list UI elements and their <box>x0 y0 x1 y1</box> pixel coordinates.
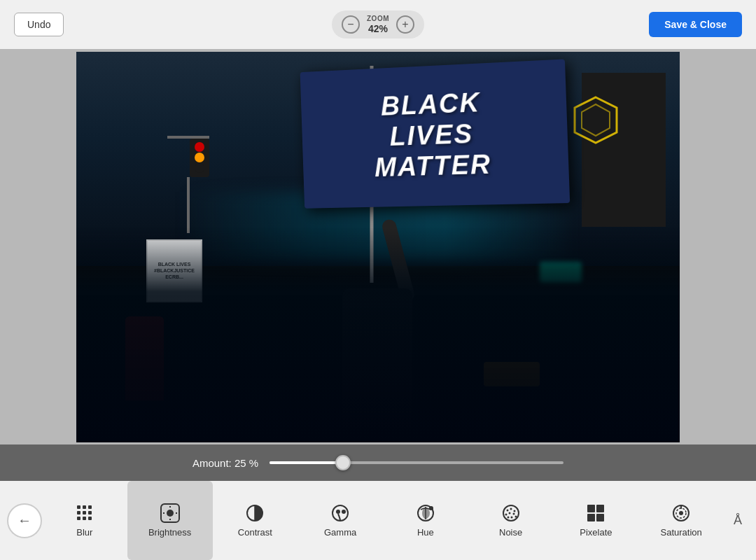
tools-container: Blur Brightness Contrast <box>42 481 724 560</box>
svg-point-25 <box>503 505 519 521</box>
svg-point-24 <box>429 506 433 510</box>
amount-bar: Amount: 25 % <box>0 444 756 481</box>
tool-noise-label: Noise <box>499 527 522 538</box>
svg-rect-36 <box>596 505 604 512</box>
flag-line1: BLACK <box>372 87 489 122</box>
undo-button[interactable]: Undo <box>14 13 64 36</box>
tool-hue[interactable]: Hue <box>383 481 468 560</box>
tool-noise[interactable]: Noise <box>468 481 554 560</box>
svg-marker-1 <box>582 104 610 136</box>
slider-track[interactable] <box>270 461 564 464</box>
svg-point-12 <box>167 510 174 517</box>
flag-background: BLACK LIVES MATTER <box>300 59 570 208</box>
back-icon: ← <box>18 512 31 528</box>
back-button[interactable]: ← <box>7 503 42 538</box>
svg-rect-4 <box>88 505 92 509</box>
save-close-button[interactable]: Save & Close <box>649 12 742 37</box>
svg-point-29 <box>505 514 507 516</box>
zoom-value: 42% <box>368 23 388 35</box>
svg-point-21 <box>342 510 346 514</box>
tool-gamma[interactable]: Gamma <box>298 481 383 560</box>
svg-rect-3 <box>83 505 86 509</box>
svg-rect-37 <box>587 514 595 522</box>
svg-rect-9 <box>83 517 86 520</box>
svg-point-33 <box>507 517 509 519</box>
amount-label: Amount: 25 % <box>192 457 258 469</box>
svg-rect-8 <box>77 517 80 520</box>
svg-point-32 <box>514 516 517 518</box>
svg-point-34 <box>510 517 512 519</box>
brightness-icon <box>160 503 180 523</box>
tool-brightness-label: Brightness <box>148 527 191 538</box>
svg-point-31 <box>512 513 514 515</box>
canvas-area: BLACK LIVES MATTER BLACK LIVES#BLACKJUST… <box>0 49 756 444</box>
gamma-icon <box>330 503 350 523</box>
tool-blur-label: Blur <box>76 527 92 538</box>
zoom-text-label: ZOOM <box>367 15 389 23</box>
photo-container: BLACK LIVES MATTER BLACK LIVES#BLACKJUST… <box>76 52 680 442</box>
contrast-icon <box>245 503 265 523</box>
more-button[interactable]: Å <box>724 513 752 528</box>
svg-rect-5 <box>77 511 80 514</box>
zoom-control: − ZOOM 42% + <box>332 10 424 39</box>
tool-gamma-label: Gamma <box>324 527 356 538</box>
top-toolbar: Undo − ZOOM 42% + Save & Close <box>0 0 756 49</box>
tool-pixelate[interactable]: Pixelate <box>554 481 639 560</box>
svg-rect-35 <box>587 505 595 512</box>
blur-icon <box>75 503 94 523</box>
zoom-pill: − ZOOM 42% + <box>332 10 424 39</box>
tool-saturation[interactable]: Saturation <box>638 481 724 560</box>
svg-rect-7 <box>88 511 92 514</box>
tool-contrast-label: Contrast <box>238 527 272 538</box>
more-icon: Å <box>734 513 742 528</box>
zoom-in-button[interactable]: + <box>396 15 414 34</box>
svg-rect-10 <box>88 517 92 520</box>
traffic-light <box>167 136 209 233</box>
crowd-layer <box>76 227 680 442</box>
svg-rect-2 <box>77 505 80 509</box>
svg-rect-6 <box>83 511 86 514</box>
hue-icon <box>416 503 435 523</box>
tl-red <box>195 142 204 152</box>
zoom-out-button[interactable]: − <box>342 15 360 34</box>
svg-point-30 <box>508 512 510 514</box>
zoom-label: ZOOM 42% <box>367 15 389 35</box>
tl-green <box>195 163 204 173</box>
tool-brightness[interactable]: Brightness <box>127 481 213 560</box>
flag-line2: LIVES <box>373 118 491 153</box>
flag-area: BLACK LIVES MATTER <box>298 66 564 206</box>
tool-hue-label: Hue <box>417 527 434 538</box>
photo-background: BLACK LIVES MATTER BLACK LIVES#BLACKJUST… <box>76 52 680 442</box>
hex-neon-icon <box>568 94 624 150</box>
svg-point-20 <box>336 510 340 514</box>
svg-point-27 <box>510 508 512 510</box>
noise-icon <box>501 503 521 523</box>
pixelate-icon <box>586 503 606 523</box>
svg-rect-38 <box>596 514 604 522</box>
bottom-toolbar: ← Blur <box>0 481 756 560</box>
saturation-icon <box>671 503 691 523</box>
tool-saturation-label: Saturation <box>660 527 701 538</box>
tool-blur[interactable]: Blur <box>42 481 127 560</box>
tool-pixelate-label: Pixelate <box>580 527 612 538</box>
flag-text: BLACK LIVES MATTER <box>372 87 491 183</box>
svg-point-28 <box>513 510 515 512</box>
svg-point-26 <box>506 510 508 512</box>
tl-yellow <box>195 153 204 162</box>
svg-point-41 <box>679 511 683 515</box>
flag-line3: MATTER <box>374 149 491 183</box>
tool-contrast[interactable]: Contrast <box>213 481 298 560</box>
